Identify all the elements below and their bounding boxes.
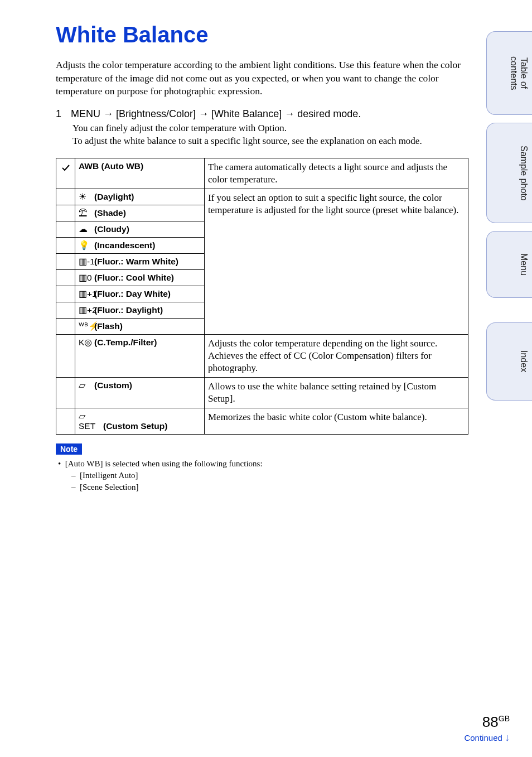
ctemp-icon: K◎: [79, 337, 94, 348]
arrow-icon: →: [199, 108, 209, 119]
step-sub: You can finely adjust the color temperat…: [72, 122, 468, 148]
down-arrow-icon: ↓: [505, 732, 510, 743]
wb-label-fluor-cool: ▥0(Fluor.: Cool White): [75, 269, 205, 286]
daylight-icon: ☀: [79, 192, 94, 202]
footer: 88GB Continued ↓: [464, 713, 510, 744]
custom-setup-icon: ▱ SET: [79, 411, 103, 431]
check-icon: [56, 158, 75, 189]
tab-menu[interactable]: Menu: [486, 231, 532, 298]
fluor-icon: ▥+1: [79, 289, 94, 299]
note-body: • [Auto WB] is selected when using the f…: [56, 458, 468, 493]
row-check: [56, 286, 75, 302]
wb-label-text: (C.Temp./Filter): [94, 337, 157, 347]
note-lead: • [Auto WB] is selected when using the f…: [58, 458, 468, 470]
page-number-value: 88: [482, 713, 499, 730]
wb-label-text: (Cloudy): [94, 224, 129, 234]
row-check: [56, 253, 75, 269]
row-check: [56, 334, 75, 377]
note-item-text: [Intelligent Auto]: [80, 471, 138, 480]
wb-label-text: (Fluor.: Daylight): [94, 305, 163, 315]
fluor-icon: ▥-1: [79, 257, 94, 267]
fluor-icon: ▥0: [79, 273, 94, 283]
continued-link[interactable]: Continued ↓: [464, 732, 510, 744]
fluor-icon: ▥+2: [79, 305, 94, 315]
wb-label-text: (Fluor.: Warm White): [94, 257, 178, 266]
wb-label-text: (Shade): [94, 208, 126, 218]
wb-label-flash: ᵂᴮ⚡(Flash): [75, 318, 205, 334]
step-text: MENU → [Brightness/Color] → [White Balan…: [71, 108, 461, 120]
row-check: [56, 318, 75, 334]
arrow-icon: →: [103, 108, 113, 119]
wb-desc-awb: The camera automatically detects a light…: [205, 158, 468, 189]
row-check: [56, 378, 75, 408]
table-row: K◎(C.Temp./Filter) Adjusts the color tem…: [56, 334, 468, 377]
row-check: [56, 189, 75, 205]
wb-desc-preset: If you select an option to suit a specif…: [205, 189, 468, 334]
row-check: [56, 205, 75, 221]
cloudy-icon: ☁: [79, 224, 94, 234]
side-tabs: Table of contents Sample photo Menu Inde…: [486, 31, 532, 401]
page-number: 88GB: [464, 713, 510, 731]
wb-desc-custom: Allows to use the white balance setting …: [205, 378, 468, 408]
note-badge: Note: [56, 443, 82, 455]
table-row: ☀(Daylight) If you select an option to s…: [56, 189, 468, 205]
wb-label-fluor-warm: ▥-1(Fluor.: Warm White): [75, 253, 205, 269]
tab-index[interactable]: Index: [486, 322, 532, 401]
wb-label-ctemp: K◎(C.Temp./Filter): [75, 334, 205, 377]
wb-label-text: (Custom Setup): [103, 421, 167, 431]
wb-label-daylight: ☀(Daylight): [75, 189, 205, 205]
wb-label-text: (Incandescent): [94, 240, 155, 250]
step-1: 1 MENU → [Brightness/Color] → [White Bal…: [56, 108, 468, 120]
table-row: AWB (Auto WB) The camera automatically d…: [56, 158, 468, 189]
wb-label-custom-setup: ▱ SET(Custom Setup): [75, 408, 205, 435]
note-item-text: [Scene Selection]: [80, 483, 138, 491]
wb-label-cloudy: ☁(Cloudy): [75, 221, 205, 237]
step-sub2: To adjust the white balance to suit a sp…: [72, 135, 468, 148]
page-number-suffix: GB: [499, 714, 510, 723]
wb-label-text: (Daylight): [94, 192, 134, 201]
wb-label-text: (Fluor.: Day White): [94, 289, 171, 298]
note-lead-text: [Auto WB] is selected when using the fol…: [65, 459, 263, 468]
wb-desc-ctemp: Adjusts the color temperature depending …: [205, 334, 468, 377]
step-sub1: You can finely adjust the color temperat…: [72, 122, 468, 135]
wb-label-awb: AWB (Auto WB): [75, 158, 205, 189]
wb-desc-custom-setup: Memorizes the basic white color (Custom …: [205, 408, 468, 435]
wb-label-text: AWB (Auto WB): [79, 161, 143, 171]
table-row: ▱ SET(Custom Setup) Memorizes the basic …: [56, 408, 468, 435]
row-check: [56, 302, 75, 318]
table-row: ▱(Custom) Allows to use the white balanc…: [56, 378, 468, 408]
custom-icon: ▱: [79, 380, 94, 390]
note-item: – [Intelligent Auto]: [71, 470, 468, 481]
wb-label-shade: ⛱(Shade): [75, 205, 205, 221]
wb-label-custom: ▱(Custom): [75, 378, 205, 408]
step-prefix: MENU: [71, 108, 103, 119]
intro-text: Adjusts the color temperature according …: [56, 59, 468, 98]
wb-label-text: (Custom): [94, 380, 132, 390]
wb-table: AWB (Auto WB) The camera automatically d…: [56, 158, 468, 435]
row-check: [56, 269, 75, 286]
step-seg1: [Brightness/Color]: [113, 108, 199, 119]
arrow-icon: →: [284, 108, 294, 119]
row-check: [56, 408, 75, 435]
note-item: – [Scene Selection]: [71, 481, 468, 493]
wb-label-incandescent: 💡(Incandescent): [75, 237, 205, 253]
shade-icon: ⛱: [79, 208, 94, 218]
wb-label-text: (Flash): [94, 321, 123, 331]
wb-label-text: (Fluor.: Cool White): [94, 273, 174, 282]
continued-text: Continued: [464, 733, 505, 742]
step-number: 1: [56, 108, 68, 120]
step-seg3: desired mode.: [294, 108, 361, 119]
row-check: [56, 237, 75, 253]
incandescent-icon: 💡: [79, 240, 94, 250]
tab-sample-photo[interactable]: Sample photo: [486, 123, 532, 223]
tab-table-of-contents[interactable]: Table of contents: [486, 31, 532, 115]
wb-label-fluor-day-white: ▥+1(Fluor.: Day White): [75, 286, 205, 302]
flash-icon: ᵂᴮ⚡: [79, 321, 94, 331]
row-check: [56, 221, 75, 237]
step-seg2: [White Balance]: [209, 108, 284, 119]
wb-label-fluor-daylight: ▥+2(Fluor.: Daylight): [75, 302, 205, 318]
page-title: White Balance: [56, 22, 468, 47]
